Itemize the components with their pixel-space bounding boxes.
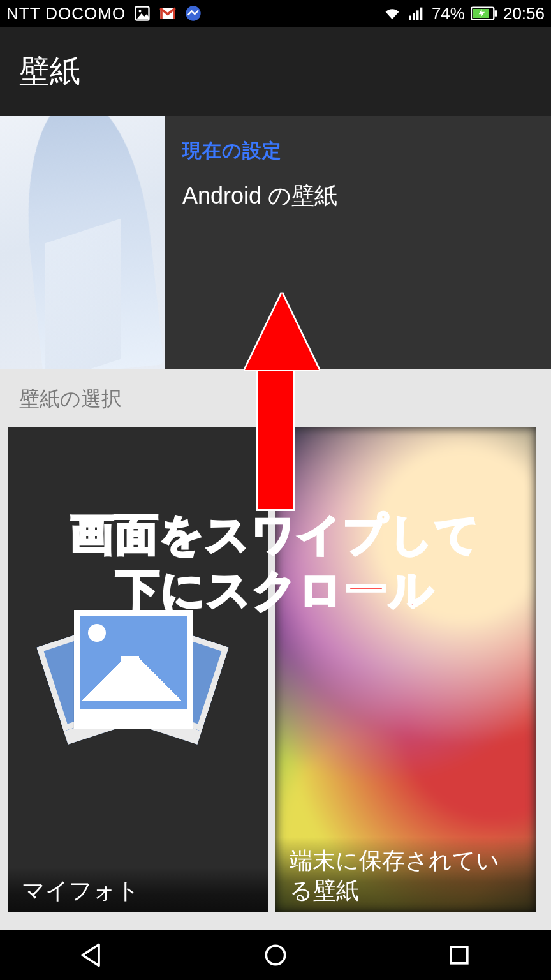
current-wallpaper-info: 現在の設定 Android の壁紙 <box>165 116 551 369</box>
tile-on-device-wallpapers[interactable]: 端末に保存されている壁紙 <box>276 427 536 912</box>
nav-back-button[interactable] <box>75 938 109 972</box>
wifi-icon <box>383 4 401 22</box>
navigation-bar <box>0 930 551 980</box>
current-wallpaper-title: Android の壁紙 <box>182 181 533 212</box>
battery-percent: 74% <box>432 4 465 24</box>
svg-rect-6 <box>416 10 419 20</box>
svg-rect-7 <box>420 8 423 20</box>
back-icon <box>78 941 106 969</box>
status-left: NTT DOCOMO <box>6 4 202 24</box>
nav-recent-button[interactable] <box>442 938 476 972</box>
svg-rect-4 <box>409 16 411 20</box>
status-bar: NTT DOCOMO 74% 20:56 <box>0 0 551 27</box>
svg-rect-9 <box>494 10 497 16</box>
battery-charging-icon <box>471 4 497 22</box>
cellular-signal-icon <box>408 4 425 22</box>
recent-icon <box>445 941 473 969</box>
app-circle-icon <box>184 4 202 22</box>
svg-point-11 <box>266 946 284 964</box>
gmail-icon <box>159 4 177 22</box>
section-header: 壁紙の選択 <box>0 369 551 427</box>
page-title: 壁紙 <box>19 51 80 92</box>
wallpaper-grid[interactable]: マイフォト 端末に保存されている壁紙 <box>0 427 551 912</box>
status-right: 74% 20:56 <box>383 4 545 24</box>
screen: NTT DOCOMO 74% 20:56 <box>0 0 551 980</box>
image-notification-icon <box>133 4 151 22</box>
tile-caption: 端末に保存されている壁紙 <box>276 837 536 912</box>
current-wallpaper-card[interactable]: 現在の設定 Android の壁紙 <box>0 116 551 369</box>
svg-rect-12 <box>451 947 467 963</box>
my-photos-icon <box>50 604 216 757</box>
current-wallpaper-thumbnail <box>0 116 165 369</box>
app-bar: 壁紙 <box>0 27 551 116</box>
svg-point-1 <box>139 10 142 12</box>
home-icon <box>261 941 290 969</box>
svg-rect-5 <box>413 13 415 20</box>
clock: 20:56 <box>503 4 545 24</box>
tile-my-photos[interactable]: マイフォト <box>8 427 268 912</box>
current-settings-label: 現在の設定 <box>182 138 533 164</box>
carrier-label: NTT DOCOMO <box>6 4 126 24</box>
nav-home-button[interactable] <box>258 938 293 972</box>
tile-caption: マイフォト <box>8 867 268 912</box>
